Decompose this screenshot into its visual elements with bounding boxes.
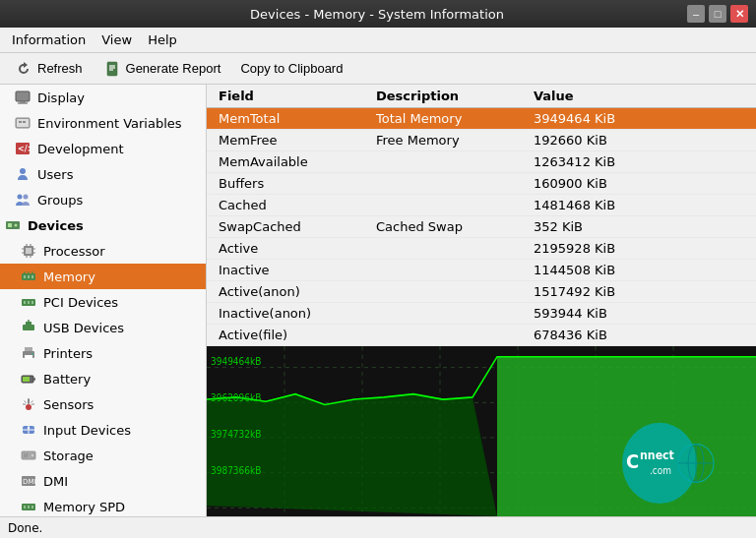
cell-description <box>364 281 522 303</box>
sidebar-item-groups[interactable]: Groups <box>0 187 206 212</box>
sidebar-item-battery[interactable]: Battery <box>0 366 206 391</box>
svg-rect-17 <box>8 223 12 227</box>
menu-view[interactable]: View <box>94 30 140 49</box>
svg-text:DMI: DMI <box>23 478 36 486</box>
refresh-button[interactable]: Refresh <box>6 56 91 82</box>
sidebar-item-development[interactable]: </> Development <box>0 136 206 161</box>
sidebar-label-pci-devices: PCI Devices <box>43 295 118 310</box>
table-row[interactable]: MemFreeFree Memory192660 KiB <box>207 130 756 151</box>
table-row[interactable]: MemTotalTotal Memory3949464 KiB <box>207 108 756 130</box>
sidebar-label-printers: Printers <box>43 346 93 361</box>
cell-field: Cached <box>207 195 364 216</box>
toolbar: Refresh Generate Report Copy to Clipboar… <box>0 53 756 85</box>
table-container: Field Description Value MemTotalTotal Me… <box>207 85 756 346</box>
sidebar-item-devices[interactable]: Devices <box>0 212 206 238</box>
cell-value: 3949464 KiB <box>522 108 756 130</box>
svg-rect-45 <box>25 355 32 359</box>
groups-icon <box>14 191 32 209</box>
svg-rect-48 <box>23 377 30 382</box>
svg-rect-8 <box>17 119 29 127</box>
maximize-button[interactable]: □ <box>709 5 726 23</box>
cell-field: Inactive <box>207 260 364 281</box>
copy-button[interactable]: Copy to Clipboard <box>232 58 350 79</box>
cell-description <box>364 325 522 346</box>
sidebar-item-env-vars[interactable]: Environment Variables <box>0 110 206 136</box>
sidebar-item-memory-spd[interactable]: Memory SPD <box>0 494 206 516</box>
status-text: Done. <box>8 521 42 535</box>
col-header-field: Field <box>207 85 364 108</box>
sidebar-item-display[interactable]: Display <box>0 85 206 110</box>
svg-text:nnect: nnect <box>640 448 674 462</box>
minimize-button[interactable]: – <box>687 5 705 23</box>
close-button[interactable]: ✕ <box>730 5 748 23</box>
col-header-description: Description <box>364 85 522 108</box>
svg-text:3974732kB: 3974732kB <box>211 429 261 440</box>
table-row[interactable]: Cached1481468 KiB <box>207 195 756 216</box>
sidebar-item-memory[interactable]: Memory <box>0 264 206 289</box>
svg-rect-20 <box>26 248 32 254</box>
right-panel: Field Description Value MemTotalTotal Me… <box>207 85 756 516</box>
cell-description: Total Memory <box>364 108 522 130</box>
usb-devices-icon <box>20 319 37 336</box>
cell-description <box>364 151 522 173</box>
devices-icon <box>4 216 22 234</box>
sensors-icon <box>20 395 37 413</box>
svg-rect-51 <box>28 398 30 404</box>
table-row[interactable]: Active(file)678436 KiB <box>207 325 756 346</box>
cell-value: 1263412 KiB <box>522 151 756 173</box>
memory-spd-icon <box>20 498 37 515</box>
sidebar-item-sensors[interactable]: Sensors <box>0 391 206 417</box>
svg-rect-38 <box>28 301 30 304</box>
input-devices-icon <box>20 421 37 439</box>
svg-rect-49 <box>33 378 35 381</box>
cell-field: Inactive(anon) <box>207 303 364 325</box>
table-row[interactable]: Active(anon)1517492 KiB <box>207 281 756 303</box>
pci-devices-icon <box>20 293 37 311</box>
sidebar-item-printers[interactable]: Printers <box>0 340 206 366</box>
cell-value: 160900 KiB <box>522 173 756 195</box>
cell-field: SwapCached <box>207 216 364 238</box>
generate-report-button[interactable]: Generate Report <box>94 56 229 82</box>
sidebar-item-input-devices[interactable]: Input Devices <box>0 417 206 443</box>
menu-information[interactable]: Information <box>4 30 94 49</box>
sidebar-label-memory-spd: Memory SPD <box>43 500 125 514</box>
svg-rect-37 <box>24 301 26 304</box>
processor-icon <box>20 242 37 260</box>
table-row[interactable]: SwapCachedCached Swap352 KiB <box>207 216 756 238</box>
sidebar-label-dmi: DMI <box>43 474 68 489</box>
table-row[interactable]: Active2195928 KiB <box>207 238 756 260</box>
svg-rect-4 <box>16 91 30 101</box>
menu-help[interactable]: Help <box>140 30 185 49</box>
display-icon <box>14 89 32 106</box>
table-row[interactable]: MemAvailable1263412 KiB <box>207 151 756 173</box>
sidebar-item-pci-devices[interactable]: PCI Devices <box>0 289 206 315</box>
sidebar-item-dmi[interactable]: DMI DMI <box>0 468 206 494</box>
sidebar-item-usb-devices[interactable]: USB Devices <box>0 315 206 340</box>
report-icon <box>102 59 122 79</box>
window-controls: – □ ✕ <box>687 5 748 23</box>
sidebar-label-memory: Memory <box>43 269 95 284</box>
sidebar-item-storage[interactable]: Storage <box>0 443 206 468</box>
sidebar-label-input-devices: Input Devices <box>43 423 131 438</box>
table-row[interactable]: Inactive1144508 KiB <box>207 260 756 281</box>
printers-icon <box>20 344 37 362</box>
sidebar-label-users: Users <box>37 167 73 182</box>
table-row[interactable]: Inactive(anon)593944 KiB <box>207 303 756 325</box>
sidebar-label-display: Display <box>37 90 85 105</box>
cell-description <box>364 260 522 281</box>
svg-line-55 <box>32 401 33 403</box>
sidebar-label-processor: Processor <box>43 244 105 259</box>
cell-value: 593944 KiB <box>522 303 756 325</box>
table-row[interactable]: Buffers160900 KiB <box>207 173 756 195</box>
svg-point-46 <box>32 353 33 355</box>
sidebar-item-processor[interactable]: Processor <box>0 238 206 264</box>
sidebar-label-storage: Storage <box>43 448 94 463</box>
svg-point-50 <box>26 404 32 410</box>
sidebar-item-users[interactable]: Users <box>0 161 206 187</box>
sidebar-label-sensors: Sensors <box>43 397 94 412</box>
memory-icon <box>20 268 37 285</box>
svg-rect-68 <box>28 506 30 508</box>
statusbar: Done. <box>0 516 756 538</box>
svg-point-15 <box>24 195 29 200</box>
cell-description <box>364 195 522 216</box>
